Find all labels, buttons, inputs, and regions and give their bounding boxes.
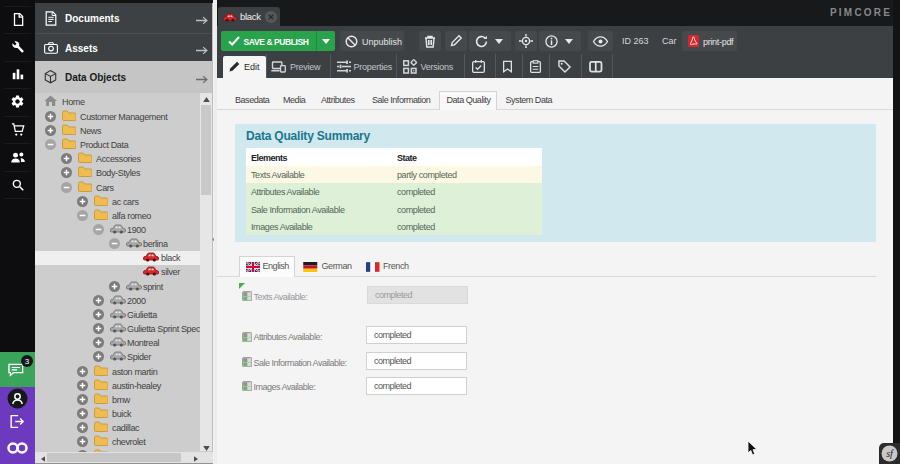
svg-text:3: 3 (25, 357, 30, 366)
